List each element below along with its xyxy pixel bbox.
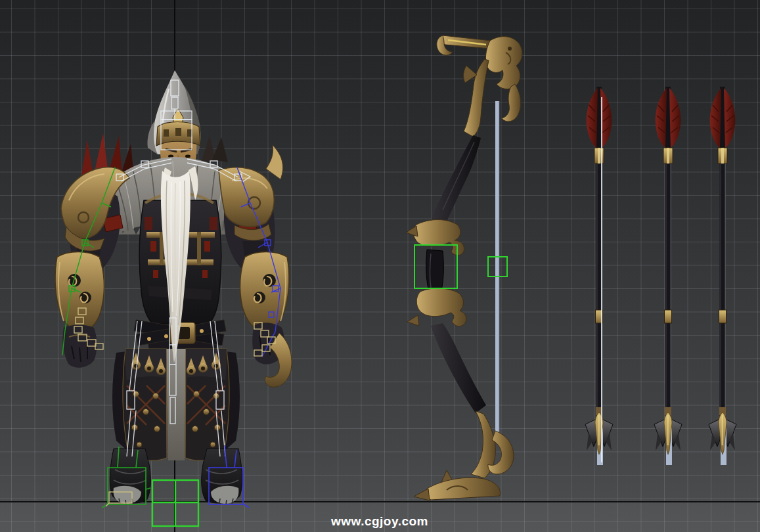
- character-model[interactable]: [37, 62, 307, 516]
- bowstring-shade: [499, 101, 499, 433]
- limb-highlight: [443, 142, 474, 210]
- arrow-3[interactable]: [703, 85, 742, 466]
- watermark: www.cgjoy.com: [331, 514, 428, 529]
- hand-right: [252, 323, 292, 388]
- 3d-viewport[interactable]: www.cgjoy.com: [0, 0, 760, 532]
- bow-grip[interactable]: [426, 250, 444, 290]
- bracer-left[interactable]: [55, 252, 104, 334]
- bow-top-ornament: [437, 35, 522, 137]
- arrow-2[interactable]: [648, 85, 688, 466]
- boot-left[interactable]: [110, 449, 150, 504]
- bow-model[interactable]: [401, 26, 532, 512]
- bracer-right[interactable]: [240, 252, 289, 334]
- arrow-1[interactable]: [579, 85, 619, 466]
- arrow-bone-line: [601, 97, 602, 462]
- bow-lower-limb: [431, 323, 486, 413]
- translate-gizmo[interactable]: [148, 476, 206, 532]
- bow-lower-wrap: [407, 288, 466, 326]
